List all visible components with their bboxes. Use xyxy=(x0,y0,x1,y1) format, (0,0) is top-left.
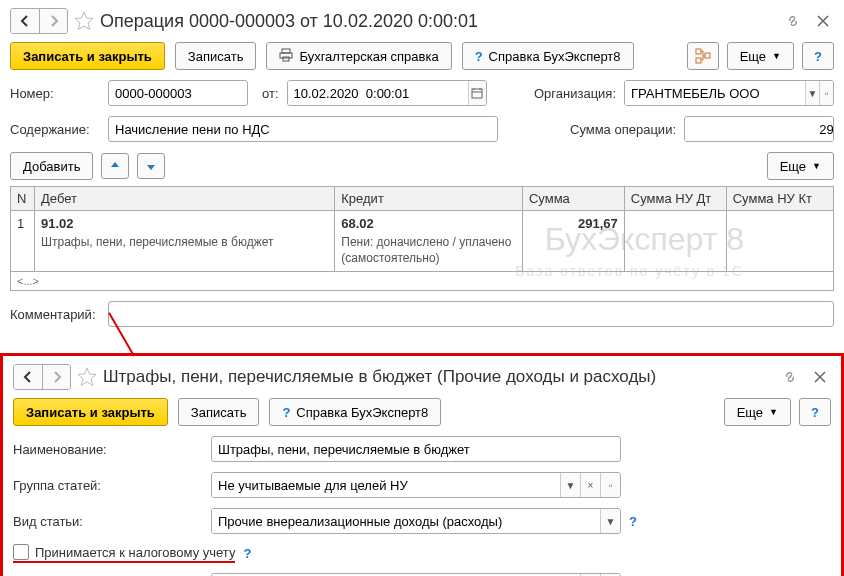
svg-rect-5 xyxy=(705,53,710,58)
credit-desc: Пени: доначислено / уплачено (самостояте… xyxy=(341,235,516,266)
window-title: Операция 0000-000003 от 10.02.2020 0:00:… xyxy=(100,11,776,32)
credit-account: 68.02 xyxy=(341,216,374,231)
group-label: Группа статей: xyxy=(13,478,203,493)
col-sum-nu-dt: Сумма НУ Дт xyxy=(624,187,726,211)
col-sum-nu-kt: Сумма НУ Кт xyxy=(726,187,833,211)
star-icon[interactable] xyxy=(77,367,97,387)
number-field[interactable] xyxy=(108,80,248,106)
save-button[interactable]: Записать xyxy=(178,398,260,426)
debit-account: 91.02 xyxy=(41,216,74,231)
type-label: Вид статьи: xyxy=(13,514,203,529)
forward-button[interactable] xyxy=(42,365,70,389)
dropdown-icon[interactable]: ▼ xyxy=(805,81,819,105)
debit-desc: Штрафы, пени, перечисляемые в бюджет xyxy=(41,235,328,251)
svg-rect-0 xyxy=(282,49,290,53)
name-label: Наименование: xyxy=(13,442,203,457)
printer-icon xyxy=(279,48,293,65)
back-button[interactable] xyxy=(11,9,39,33)
svg-rect-4 xyxy=(696,58,701,63)
tree-icon-button[interactable] xyxy=(687,42,719,70)
forward-button[interactable] xyxy=(39,9,67,33)
clear-icon[interactable]: × xyxy=(580,473,600,497)
sum-value: 291,67 xyxy=(578,216,618,231)
question-icon: ? xyxy=(475,49,483,64)
window-title: Штрафы, пени, перечисляемые в бюджет (Пр… xyxy=(103,367,773,387)
more-button[interactable]: Еще ▼ xyxy=(727,42,794,70)
table-more-button[interactable]: Еще ▼ xyxy=(767,152,834,180)
open-icon[interactable]: ▫ xyxy=(819,81,833,105)
help-button[interactable]: ? xyxy=(799,398,831,426)
svg-rect-6 xyxy=(472,89,482,98)
tax-check-label: Принимается к налоговому учету xyxy=(35,545,235,560)
svg-rect-3 xyxy=(696,49,701,54)
question-icon: ? xyxy=(282,405,290,420)
help-button[interactable]: ? xyxy=(802,42,834,70)
open-icon[interactable]: ▫ xyxy=(600,473,620,497)
content-field[interactable] xyxy=(108,116,498,142)
from-label: от: xyxy=(262,86,279,101)
link-icon[interactable] xyxy=(779,366,801,388)
help-ref-button[interactable]: ?Справка БухЭксперт8 xyxy=(269,398,441,426)
link-icon[interactable] xyxy=(782,10,804,32)
add-button[interactable]: Добавить xyxy=(10,152,93,180)
print-ref-button[interactable]: Бухгалтерская справка xyxy=(266,42,451,70)
calendar-icon[interactable] xyxy=(468,81,486,105)
col-sum: Сумма xyxy=(522,187,624,211)
type-field[interactable]: ▼ xyxy=(211,508,621,534)
move-down-button[interactable] xyxy=(137,153,165,179)
help-icon[interactable]: ? xyxy=(243,546,251,561)
table-row[interactable]: 1 91.02 Штрафы, пени, перечисляемые в бю… xyxy=(11,211,834,272)
org-label: Организация: xyxy=(534,86,616,101)
back-button[interactable] xyxy=(14,365,42,389)
comment-field[interactable] xyxy=(108,301,834,327)
help-ref-button[interactable]: ?Справка БухЭксперт8 xyxy=(462,42,634,70)
col-n: N xyxy=(11,187,35,211)
more-button[interactable]: Еще ▼ xyxy=(724,398,791,426)
comment-label: Комментарий: xyxy=(10,307,100,322)
help-icon[interactable]: ? xyxy=(629,514,637,529)
content-label: Содержание: xyxy=(10,122,100,137)
org-field[interactable]: ▼ ▫ xyxy=(624,80,834,106)
date-field[interactable] xyxy=(287,80,487,106)
col-credit: Кредит xyxy=(335,187,523,211)
close-icon[interactable] xyxy=(812,10,834,32)
name-field[interactable] xyxy=(211,436,621,462)
save-close-button[interactable]: Записать и закрыть xyxy=(13,398,168,426)
entries-table: N Дебет Кредит Сумма Сумма НУ Дт Сумма Н… xyxy=(10,186,834,272)
table-footer: <...> xyxy=(10,272,834,291)
group-field[interactable]: ▼ × ▫ xyxy=(211,472,621,498)
opsum-field[interactable] xyxy=(684,116,834,142)
save-close-button[interactable]: Записать и закрыть xyxy=(10,42,165,70)
col-debit: Дебет xyxy=(35,187,335,211)
save-button[interactable]: Записать xyxy=(175,42,257,70)
dropdown-icon[interactable]: ▼ xyxy=(600,509,620,533)
dropdown-icon[interactable]: ▼ xyxy=(560,473,580,497)
star-icon[interactable] xyxy=(74,11,94,31)
close-icon[interactable] xyxy=(809,366,831,388)
number-label: Номер: xyxy=(10,86,100,101)
opsum-label: Сумма операции: xyxy=(570,122,676,137)
tax-checkbox[interactable] xyxy=(13,544,29,560)
move-up-button[interactable] xyxy=(101,153,129,179)
